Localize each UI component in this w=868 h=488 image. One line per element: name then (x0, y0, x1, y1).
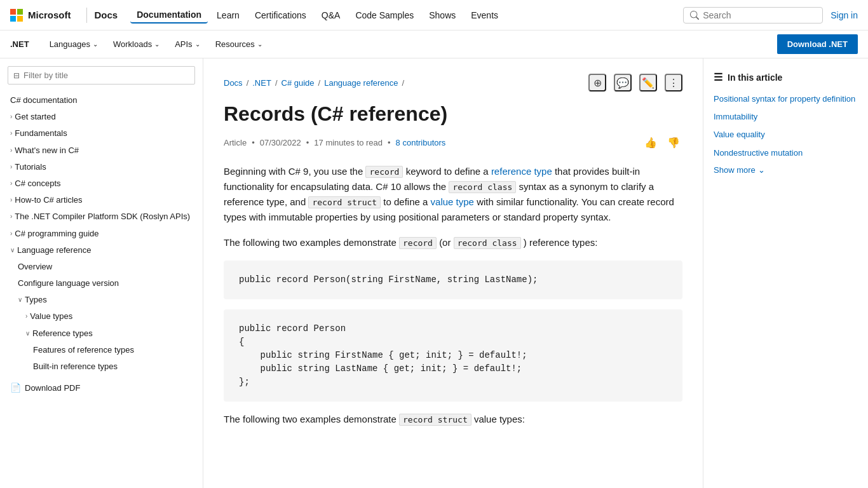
article-meta: Article • 07/30/2022 • 17 minutes to rea… (224, 133, 682, 151)
download-dotnet-button[interactable]: Download .NET (777, 34, 858, 54)
code-block-1: public record Person(string FirstName, s… (224, 261, 682, 299)
toc-title: In this article (728, 72, 782, 83)
sec-nav-workloads[interactable]: Workloads ⌄ (105, 37, 167, 51)
nav-link-shows[interactable]: Shows (423, 8, 462, 23)
sidebar-item-fundamentals[interactable]: › Fundamentals (0, 125, 203, 142)
sidebar-item-label: Reference types (32, 328, 93, 339)
para1-text5: to define a (383, 196, 430, 207)
sidebar-item-overview[interactable]: Overview (0, 259, 203, 275)
content-paragraph-3: The following two examples demonstrate r… (224, 412, 682, 427)
feedback-button[interactable]: 💬 (614, 74, 632, 92)
meta-bullet-3: • (388, 138, 391, 147)
sidebar-item-label: Tutorials (15, 161, 46, 173)
top-nav: Microsoft Docs Documentation Learn Certi… (0, 0, 868, 30)
sidebar-item-label: How-to C# articles (15, 194, 82, 206)
nav-link-certifications[interactable]: Certifications (248, 8, 313, 23)
sidebar-item-label: What's new in C# (15, 145, 79, 156)
breadcrumb-csharp-guide[interactable]: C# guide (281, 78, 315, 88)
nav-link-learn[interactable]: Learn (210, 8, 246, 23)
nav-link-code-samples[interactable]: Code Samples (349, 8, 420, 23)
sidebar-item-label: C# documentation (10, 95, 78, 106)
workloads-chevron-icon: ⌄ (154, 41, 159, 48)
sec-nav-languages[interactable]: Languages ⌄ (42, 37, 105, 51)
sidebar-item-label: Configure language version (18, 278, 119, 289)
para3-text1: The following two examples demonstrate (224, 414, 399, 424)
record-keyword-inline: record (365, 166, 403, 178)
sec-nav-resources[interactable]: Resources ⌄ (208, 37, 270, 51)
ms-logo-grid (10, 9, 23, 22)
sidebar-item-features-reference-types[interactable]: Features of reference types (0, 342, 203, 358)
breadcrumb: Docs / .NET / C# guide / Language refere… (224, 74, 682, 92)
search-input[interactable] (703, 10, 816, 20)
record-struct-inline2: record struct (399, 414, 471, 426)
sidebar-item-csharp-docs[interactable]: C# documentation (0, 92, 203, 109)
download-pdf-link[interactable]: 📄 Download PDF (0, 377, 203, 398)
record-struct-inline: record struct (308, 196, 381, 208)
add-to-collection-button[interactable]: ⊕ (588, 74, 606, 92)
thumbs-down-button[interactable]: 👎 (665, 133, 682, 151)
nav-brand[interactable]: Docs (95, 10, 118, 20)
secondary-nav: .NET Languages ⌄ Workloads ⌄ APIs ⌄ Reso… (0, 30, 868, 58)
expand-icon: ∨ (10, 246, 15, 255)
sidebar-item-reference-types[interactable]: ∨ Reference types (0, 325, 203, 342)
sidebar-item-label: Get started (15, 111, 55, 123)
toc-link-nondestructive[interactable]: Nondestructive mutation (714, 147, 858, 159)
sidebar-item-language-reference[interactable]: ∨ Language reference (0, 242, 203, 259)
breadcrumb-sep-1: / (247, 78, 249, 88)
show-more-button[interactable]: Show more ⌄ (714, 165, 858, 175)
ms-logo-text: Microsoft (28, 10, 71, 20)
sec-nav-languages-label: Languages (50, 39, 90, 49)
sidebar-filter-box[interactable]: ⊟ (8, 66, 195, 85)
sec-nav-apis[interactable]: APIs ⌄ (167, 37, 207, 51)
search-box[interactable] (683, 7, 823, 24)
thumbs-up-button[interactable]: 👍 (642, 133, 660, 151)
sidebar-item-howto[interactable]: › How-to C# articles (0, 192, 203, 208)
expand-icon: › (10, 212, 12, 221)
search-icon (690, 11, 699, 20)
sidebar-item-value-types[interactable]: › Value types (0, 308, 203, 325)
sidebar-filter-input[interactable] (24, 71, 189, 80)
pdf-icon: 📄 (10, 383, 21, 393)
sidebar-item-roslyn[interactable]: › The .NET Compiler Platform SDK (Roslyn… (0, 208, 203, 225)
sidebar-item-whats-new[interactable]: › What's new in C# (0, 142, 203, 159)
record-code1-inline: record (399, 237, 437, 249)
toc-link-immutability[interactable]: Immutability (714, 111, 858, 123)
nav-link-qa[interactable]: Q&A (315, 8, 347, 23)
sidebar-item-types[interactable]: ∨ Types (0, 292, 203, 308)
record-class-inline: record class (449, 181, 516, 193)
sidebar-item-programming-guide[interactable]: › C# programming guide (0, 226, 203, 242)
sidebar-item-concepts[interactable]: › C# concepts (0, 175, 203, 192)
more-actions-button[interactable]: ⋮ (665, 74, 682, 92)
breadcrumb-sep-3: / (318, 78, 321, 88)
nav-link-events[interactable]: Events (465, 8, 505, 23)
nav-divider (86, 8, 87, 23)
filter-icon: ⊟ (13, 71, 20, 80)
expand-icon: › (25, 312, 27, 321)
languages-chevron-icon: ⌄ (93, 41, 98, 48)
breadcrumb-docs[interactable]: Docs (224, 78, 243, 88)
microsoft-logo[interactable]: Microsoft (10, 9, 71, 22)
expand-icon: › (10, 112, 12, 121)
breadcrumb-dotnet[interactable]: .NET (252, 78, 271, 88)
toc-link-positional[interactable]: Positional syntax for property definitio… (714, 93, 858, 105)
toc-link-value-equality[interactable]: Value equality (714, 129, 858, 140)
sidebar-item-builtin-reference-types[interactable]: Built-in reference types (0, 358, 203, 375)
value-type-link[interactable]: value type (431, 196, 474, 207)
article-contributors[interactable]: 8 contributors (396, 138, 446, 147)
show-more-chevron-icon: ⌄ (758, 165, 765, 175)
breadcrumb-actions: ⊕ 💬 ✏️ ⋮ (588, 74, 682, 92)
article-date: 07/30/2022 (260, 138, 301, 147)
meta-bullet-2: • (306, 138, 309, 147)
para2-text3: ) reference types: (524, 237, 598, 248)
nav-link-documentation[interactable]: Documentation (130, 7, 208, 24)
reference-type-link[interactable]: reference type (491, 166, 552, 177)
breadcrumb-language-reference[interactable]: Language reference (324, 78, 398, 88)
expand-icon: ∨ (18, 295, 22, 304)
edit-button[interactable]: ✏️ (639, 74, 657, 92)
sidebar-item-get-started[interactable]: › Get started (0, 109, 203, 125)
resources-chevron-icon: ⌄ (257, 41, 262, 48)
page-title: Records (C# reference) (224, 102, 682, 126)
sign-in-link[interactable]: Sign in (831, 10, 858, 20)
sidebar-item-configure-language[interactable]: Configure language version (0, 275, 203, 292)
sidebar-item-tutorials[interactable]: › Tutorials (0, 159, 203, 175)
